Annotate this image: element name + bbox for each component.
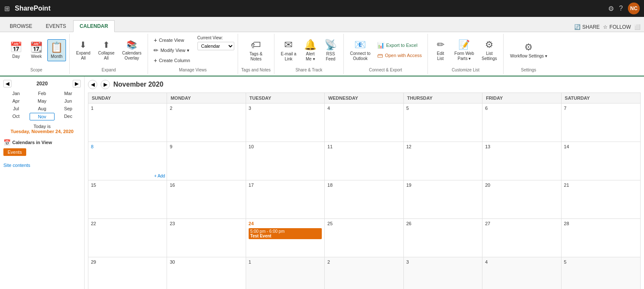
cal-day-headers: SUNDAYMONDAYTUESDAYWEDNESDAYTHURSDAYFRID… xyxy=(88,93,640,104)
mini-cal-month-oct[interactable]: Oct xyxy=(3,113,29,120)
ribbon-group-share-track: ✉ E-mail aLink 🔔 AlertMe ▾ 📡 RSSFeed Sha… xyxy=(274,34,344,74)
mini-cal-next[interactable]: ▶ xyxy=(73,80,81,87)
cal-cell-2-5: 20 xyxy=(482,180,561,218)
mini-cal-month-dec[interactable]: Dec xyxy=(55,113,81,120)
help-icon[interactable]: ? xyxy=(619,5,623,12)
cal-week-3: 2223245:00 pm - 6:00 pmTest Event2526272… xyxy=(88,219,640,257)
cal-cell-4-3: 2 xyxy=(325,257,403,289)
current-view-section: Current View: Calendar xyxy=(197,35,234,50)
ribbon-btn-form-web-parts[interactable]: 📝 Form WebParts ▾ xyxy=(452,37,477,63)
cal-month-title: November 2020 xyxy=(113,81,163,88)
tab-browse[interactable]: BROWSE xyxy=(3,20,38,32)
cal-date: 9 xyxy=(170,144,172,149)
cal-cell-4-2: 1 xyxy=(246,257,325,289)
export-excel-icon: 📊 xyxy=(377,42,384,49)
day-header-tuesday: TUESDAY xyxy=(246,93,325,104)
cal-cell-3-6: 28 xyxy=(562,219,640,257)
ribbon-group-settings: ⚙ Workflow Settings ▾ Settings xyxy=(504,34,554,74)
cal-cell-0-5: 6 xyxy=(482,104,561,142)
site-contents-link[interactable]: Site contents xyxy=(3,163,81,168)
cal-cell-0-3: 4 xyxy=(325,104,403,142)
events-badge[interactable]: Events xyxy=(3,148,26,156)
tab-calendar[interactable]: CALENDAR xyxy=(73,20,114,32)
share-button[interactable]: 🔄 SHARE xyxy=(574,24,600,30)
mini-cal-month-nov[interactable]: Nov xyxy=(30,113,55,120)
cal-cell-0-1: 2 xyxy=(167,104,246,142)
settings-icon[interactable]: ⚙ xyxy=(608,5,614,13)
cal-cell-2-1: 16 xyxy=(167,180,246,218)
cal-date: 21 xyxy=(564,183,569,188)
ribbon-btn-rss-feed[interactable]: 📡 RSSFeed xyxy=(321,37,340,64)
cal-header: ◀ ▶ November 2020 xyxy=(88,80,641,89)
modify-view-btn[interactable]: ✏ Modify View ▾ xyxy=(151,46,192,55)
mini-cal-month-mar[interactable]: Mar xyxy=(55,90,81,97)
cal-cell-3-3: 25 xyxy=(325,219,403,257)
mini-cal-month-jul[interactable]: Jul xyxy=(3,105,29,112)
ribbon-btn-alert-me[interactable]: 🔔 AlertMe ▾ xyxy=(301,37,320,64)
avatar[interactable]: NC xyxy=(628,3,640,14)
ribbon-btn-open-access[interactable]: 🗃 Open with Access xyxy=(375,51,424,60)
mini-cal-month-jan[interactable]: Jan xyxy=(3,90,29,97)
cal-date: 17 xyxy=(249,183,254,188)
open-access-icon: 🗃 xyxy=(377,52,383,59)
ribbon-group-scope: 📅 Day 📆 Week 📋 Month Scope xyxy=(3,34,70,74)
add-link[interactable]: + Add xyxy=(154,174,165,178)
create-column-btn[interactable]: + Create Column xyxy=(151,56,192,65)
cal-cell-2-3: 18 xyxy=(325,180,403,218)
ribbon-btn-email-link[interactable]: ✉ E-mail aLink xyxy=(278,37,299,64)
ribbon-btn-workflow-settings[interactable]: ⚙ Workflow Settings ▾ xyxy=(507,40,550,61)
create-view-icon: + xyxy=(153,37,157,44)
mini-cal-prev[interactable]: ◀ xyxy=(3,80,11,87)
day-icon: 📅 xyxy=(10,41,22,53)
mini-cal-month-sep[interactable]: Sep xyxy=(55,105,81,112)
ribbon-btn-week[interactable]: 📆 Week xyxy=(27,39,46,61)
tab-events[interactable]: EVENTS xyxy=(39,20,72,32)
workflow-settings-icon: ⚙ xyxy=(524,42,533,53)
day-header-wednesday: WEDNESDAY xyxy=(325,93,403,104)
mini-cal-grid: JanFebMarAprMayJunJulAugSepOctNovDec xyxy=(3,90,81,120)
cal-prev-btn[interactable]: ◀ xyxy=(88,80,97,89)
cal-cell-4-5: 4 xyxy=(482,257,561,289)
create-view-btn[interactable]: + Create View xyxy=(151,35,192,45)
cal-cell-4-0: 29 xyxy=(88,257,167,289)
form-web-parts-icon: 📝 xyxy=(458,39,470,50)
mini-cal-month-jun[interactable]: Jun xyxy=(55,98,81,104)
current-view-select[interactable]: Calendar xyxy=(197,42,234,50)
star-icon: ☆ xyxy=(603,24,608,30)
event-bar[interactable]: 5:00 pm - 6:00 pmTest Event xyxy=(249,228,322,239)
day-header-monday: MONDAY xyxy=(167,93,246,104)
cal-week-0: 1234567 xyxy=(88,104,640,142)
window-icon[interactable]: ⬜ xyxy=(634,24,641,30)
grid-icon[interactable]: ⊞ xyxy=(4,5,10,13)
mini-cal-month-apr[interactable]: Apr xyxy=(3,98,29,104)
follow-button[interactable]: ☆ FOLLOW xyxy=(603,24,631,30)
cal-cell-1-5: 13 xyxy=(482,142,561,180)
ribbon-btn-calendars-overlay[interactable]: 📚 CalendarsOverlay xyxy=(119,38,145,63)
cal-grid: SUNDAYMONDAYTUESDAYWEDNESDAYTHURSDAYFRID… xyxy=(88,93,641,289)
ribbon-btn-export-excel[interactable]: 📊 Export to Excel xyxy=(375,41,424,50)
cal-cell-3-1: 23 xyxy=(167,219,246,257)
ribbon-btn-connect-outlook[interactable]: 📧 Connect toOutlook xyxy=(347,37,373,63)
cal-weeks: 12345678+ Add910111213141516171819202122… xyxy=(88,104,640,289)
mini-cal-month-may[interactable]: May xyxy=(30,98,55,104)
cal-date: 26 xyxy=(406,221,411,226)
mini-cal-month-aug[interactable]: Aug xyxy=(30,105,55,112)
cal-date: 2 xyxy=(327,259,330,264)
cal-next-btn[interactable]: ▶ xyxy=(101,80,110,89)
cal-date: 11 xyxy=(327,144,332,149)
ribbon-btn-day[interactable]: 📅 Day xyxy=(7,39,25,61)
ribbon-btn-expand-all[interactable]: ⬇ ExpandAll xyxy=(73,38,93,63)
cal-cell-1-1: 9 xyxy=(167,142,246,180)
ribbon-btn-edit-list[interactable]: ✏ EditList xyxy=(431,37,450,63)
ribbon-btn-list-settings[interactable]: ⚙ ListSettings xyxy=(479,37,500,63)
mini-cal-nav: ◀ 2020 ▶ xyxy=(3,80,81,87)
ribbon-btn-tags-notes[interactable]: 🏷 Tags &Notes xyxy=(247,37,266,64)
cal-date: 6 xyxy=(485,106,488,111)
ribbon-tabs: BROWSE EVENTS CALENDAR 🔄 SHARE ☆ FOLLOW … xyxy=(0,17,644,32)
ribbon-btn-collapse-all[interactable]: ⬆ CollapseAll xyxy=(95,38,118,63)
cal-date[interactable]: 8 xyxy=(91,144,93,149)
cal-week-1: 8+ Add91011121314 xyxy=(88,142,640,180)
cal-date: 20 xyxy=(485,183,490,188)
mini-cal-month-feb[interactable]: Feb xyxy=(30,90,55,97)
ribbon-btn-month[interactable]: 📋 Month xyxy=(47,39,66,61)
